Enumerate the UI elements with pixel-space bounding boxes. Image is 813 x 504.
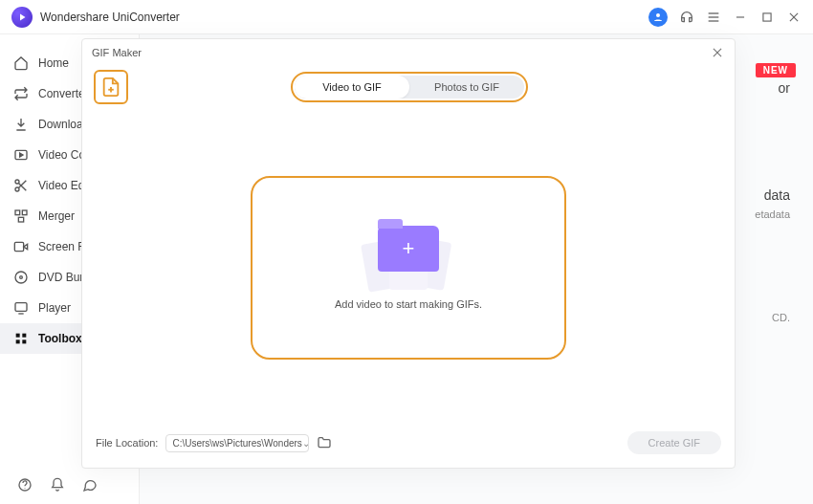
sidebar-item-label: Home (38, 56, 69, 70)
mode-tabswitch: Video to GIF Photos to GIF (295, 76, 524, 99)
dropzone-hint: Add video to start making GIFs. (335, 298, 482, 310)
svg-rect-15 (18, 217, 23, 222)
feedback-icon[interactable] (82, 477, 98, 493)
home-icon (13, 55, 29, 71)
play-icon (13, 300, 29, 316)
svg-point-17 (15, 272, 27, 283)
user-account-button[interactable] (648, 8, 668, 27)
svg-rect-22 (22, 334, 26, 338)
svg-point-10 (15, 187, 19, 191)
svg-point-18 (20, 276, 23, 279)
menu-icon[interactable] (706, 10, 721, 25)
new-badge: NEW (756, 63, 796, 77)
gif-maker-dialog: GIF Maker Video to GIF Photos to GIF (81, 38, 736, 469)
sidebar-item-label: Merger (38, 209, 75, 223)
create-gif-button[interactable]: Create GIF (627, 431, 721, 454)
download-icon (13, 117, 29, 132)
dialog-title: GIF Maker (92, 47, 142, 58)
folder-plus-icon: + (378, 226, 439, 272)
bottom-toolbar (0, 466, 139, 504)
file-location-label: File Location: (96, 437, 158, 449)
bg-text: or (779, 80, 790, 96)
minimize-button[interactable] (733, 10, 748, 25)
svg-rect-24 (22, 340, 26, 343)
svg-point-0 (656, 13, 660, 17)
titlebar: Wondershare UniConverter (0, 0, 813, 34)
file-location-value: C:\Users\ws\Pictures\Wonders (172, 438, 301, 449)
browse-folder-button[interactable] (317, 435, 332, 450)
svg-rect-23 (16, 340, 20, 343)
bg-text: CD. (772, 312, 790, 323)
close-window-button[interactable] (786, 10, 802, 25)
tab-video-to-gif[interactable]: Video to GIF (295, 76, 409, 99)
scissors-icon (13, 178, 29, 193)
compress-icon (13, 147, 29, 163)
record-icon (13, 239, 29, 254)
svg-rect-14 (22, 210, 27, 215)
dialog-close-button[interactable] (710, 45, 725, 60)
svg-point-9 (15, 180, 19, 184)
bell-icon[interactable] (50, 477, 65, 493)
svg-rect-16 (14, 242, 23, 251)
support-icon[interactable] (679, 10, 694, 25)
merge-icon (13, 208, 29, 224)
mode-tab-highlight: Video to GIF Photos to GIF (291, 72, 528, 102)
disc-icon (13, 270, 29, 285)
svg-rect-19 (15, 303, 27, 312)
help-icon[interactable] (17, 477, 33, 493)
file-location-dropdown[interactable]: C:\Users\ws\Pictures\Wonders ⌄ (165, 434, 309, 452)
svg-rect-21 (16, 334, 20, 338)
toolbox-icon (13, 331, 29, 346)
maximize-button[interactable] (759, 10, 775, 25)
chevron-down-icon: ⌄ (302, 438, 310, 449)
add-file-button[interactable] (94, 70, 128, 104)
app-title: Wondershare UniConverter (40, 11, 648, 24)
bg-text: data (764, 187, 790, 203)
sidebar-item-label: Player (38, 301, 71, 315)
tab-photos-to-gif[interactable]: Photos to GIF (409, 76, 524, 99)
video-dropzone[interactable]: + Add video to start making GIFs. (251, 176, 566, 360)
bg-text: etadata (755, 208, 790, 220)
converter-icon (13, 86, 29, 101)
svg-rect-5 (763, 12, 771, 20)
app-logo (11, 7, 33, 28)
svg-rect-13 (15, 210, 20, 215)
sidebar-item-label: Toolbox (38, 332, 82, 345)
